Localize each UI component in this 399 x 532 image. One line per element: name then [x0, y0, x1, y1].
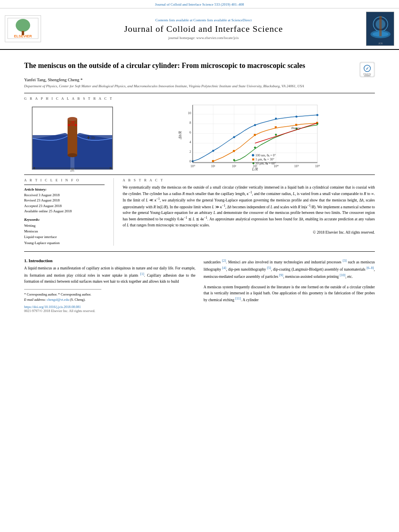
accepted-date: Accepted 23 August 2018	[24, 203, 105, 209]
svg-text:8: 8	[189, 121, 191, 125]
svg-point-64	[254, 124, 256, 126]
svg-text:Δh/R: Δh/R	[178, 131, 182, 140]
check-for-updates-badge: ✓ Check for updates	[360, 62, 375, 77]
meniscus-illustration: 2R Δh 2L	[24, 103, 121, 171]
body-two-col: 1. Introduction A liquid meniscus as a m…	[24, 258, 375, 313]
divider-2	[24, 175, 375, 175]
divider-3	[24, 251, 375, 252]
svg-text:2R: 2R	[70, 120, 74, 125]
svg-text:ELSEVIER: ELSEVIER	[14, 34, 32, 38]
svg-rect-83	[252, 158, 254, 160]
ref-4: [4]	[222, 266, 226, 270]
svg-rect-70	[254, 134, 256, 136]
sciencedirect-name: Contents lists available at ScienceDirec…	[193, 18, 252, 22]
body-col-left: 1. Introduction A liquid meniscus as a m…	[24, 258, 195, 313]
body-section: 1. Introduction A liquid meniscus as a m…	[24, 258, 375, 313]
email-link[interactable]: chengsf@vt.edu	[47, 298, 69, 302]
svg-text:10¹: 10¹	[211, 164, 216, 168]
svg-text:2L: 2L	[70, 168, 75, 171]
issn-line: 0021-9797/© 2018 Elsevier Inc. All right…	[24, 309, 195, 313]
svg-point-1	[16, 19, 30, 32]
svg-text:10: 10	[188, 111, 191, 115]
journal-header-center: Contents lists available at Contents lis…	[45, 18, 362, 40]
svg-text:10⁶: 10⁶	[315, 164, 320, 168]
svg-text:10 μm, θ₃ = 60°: 10 μm, θ₃ = 60°	[255, 162, 276, 165]
journal-header: ELSEVIER Contents lists available at Con…	[0, 8, 399, 50]
ref-9: [9]	[279, 273, 283, 277]
svg-point-63	[233, 136, 235, 138]
graphical-abstract: 2R Δh 2L Δh/R L/R 0 2 4 6 8 10	[24, 103, 375, 171]
journal-cover-image: JCIS	[366, 12, 394, 46]
article-info-heading: A R T I C L E I N F O	[24, 178, 105, 182]
intro-paragraph-right-2: A meniscus system frequently discussed i…	[204, 284, 375, 303]
revised-date: Revised 23 August 2018	[24, 198, 105, 203]
article-history-label: Article history:	[24, 187, 105, 191]
svg-text:6: 6	[189, 131, 191, 134]
intro-paragraph-right: sandcastles [2]. Menisci are also involv…	[204, 258, 375, 280]
svg-rect-68	[212, 160, 214, 162]
ref-1: [1]	[140, 272, 144, 276]
top-bar: Journal of Colloid and Interface Science…	[0, 0, 399, 8]
footnote-corresponding: * Corresponding author. * Corresponding …	[24, 292, 101, 297]
meniscus-chart: Δh/R L/R 0 2 4 6 8 10 10⁰ 10¹ 10² 10³ 10…	[127, 103, 375, 171]
svg-point-62	[212, 150, 214, 152]
keyword-wetting: Wetting	[24, 223, 105, 228]
abstract-column: A B S T R A C T We systematically study …	[123, 178, 375, 246]
copyright-notice: © 2018 Elsevier Inc. All rights reserved…	[123, 230, 375, 235]
column-divider	[113, 178, 114, 246]
svg-text:updates: updates	[364, 75, 371, 77]
intro-paragraph-left: A liquid meniscus as a manifestation of …	[24, 265, 195, 284]
svg-point-21	[68, 153, 77, 157]
main-content: The meniscus on the outside of a circula…	[0, 50, 399, 318]
ref-6-8: [6–8]	[366, 266, 374, 270]
svg-text:✓: ✓	[366, 66, 369, 71]
authors: Yanfei Tang, Shengfeng Cheng *	[24, 77, 375, 82]
abstract-heading: A B S T R A C T	[123, 178, 375, 182]
svg-text:1 μm, θ₂ = 30°: 1 μm, θ₂ = 30°	[255, 158, 274, 161]
svg-text:Δh: Δh	[91, 136, 95, 140]
svg-text:10⁰: 10⁰	[191, 164, 195, 168]
body-col-right: sandcastles [2]. Menisci are also involv…	[204, 258, 375, 313]
svg-point-65	[275, 117, 277, 119]
svg-text:4: 4	[189, 140, 191, 144]
journal-homepage: journal homepage: www.elsevier.com/locat…	[45, 36, 362, 40]
svg-point-66	[296, 115, 298, 117]
ref-5: [5]	[267, 266, 271, 270]
ref-10: [10]	[340, 273, 346, 277]
svg-point-81	[252, 154, 254, 156]
svg-text:theory: theory	[291, 126, 300, 130]
graphical-abstract-heading: G R A P H I C A L A B S T R A C T	[24, 97, 375, 101]
article-info-column: A R T I C L E I N F O Article history: R…	[24, 178, 105, 246]
doi-line[interactable]: https://doi.org/10.1016/j.jcis.2018.08.0…	[24, 305, 195, 309]
elsevier-tree-icon: ELSEVIER	[7, 17, 39, 39]
ref-3: [3]	[343, 259, 347, 263]
abstract-text: We systematically study the meniscus on …	[123, 185, 375, 236]
check-updates-icon: ✓ Check for updates	[360, 63, 374, 76]
svg-rect-71	[275, 126, 277, 128]
divider-1	[24, 93, 375, 93]
svg-point-67	[317, 114, 319, 116]
cover-illustration: JCIS	[366, 12, 394, 46]
svg-rect-10	[379, 16, 382, 36]
keyword-young-laplace: Young-Laplace equation	[24, 240, 105, 246]
keywords-label: Keywords:	[24, 218, 105, 222]
article-info-abstract-section: A R T I C L E I N F O Article history: R…	[24, 178, 375, 246]
svg-text:JCIS: JCIS	[378, 42, 383, 45]
svg-text:10⁵: 10⁵	[294, 164, 299, 168]
svg-text:10²: 10²	[232, 164, 237, 168]
keyword-meniscus: Meniscus	[24, 228, 105, 234]
keyword-liquid-vapor: Liquid-vapor interface	[24, 234, 105, 240]
received-date: Received 3 August 2018	[24, 193, 105, 198]
elsevier-logo: ELSEVIER	[5, 15, 41, 42]
available-date: Available online 25 August 2018	[24, 209, 105, 214]
journal-citation: Journal of Colloid and Interface Science…	[155, 2, 244, 6]
svg-text:2: 2	[189, 150, 191, 154]
footnote-area: * Corresponding author. * Corresponding …	[24, 289, 101, 302]
email-attribution: (S. Cheng).	[70, 298, 86, 302]
footnote-email: E-mail address: chengsf@vt.edu (S. Cheng…	[24, 297, 101, 302]
ref-11: [11]	[235, 296, 241, 300]
svg-text:100 nm, θ₁ = 0°: 100 nm, θ₁ = 0°	[255, 154, 276, 157]
journal-title: Journal of Colloid and Interface Science	[45, 24, 362, 34]
ref-2: [2]	[222, 259, 226, 263]
section-title-intro: 1. Introduction	[24, 258, 195, 263]
